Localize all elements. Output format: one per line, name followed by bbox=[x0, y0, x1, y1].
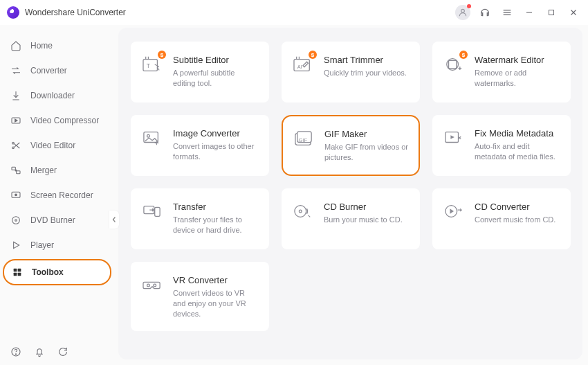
close-button[interactable] bbox=[566, 5, 581, 20]
sidebar-item-label: Home bbox=[30, 41, 53, 51]
minimize-button[interactable] bbox=[522, 5, 537, 20]
watermark-icon: $ bbox=[443, 55, 465, 74]
converter-icon bbox=[10, 64, 22, 77]
svg-point-15 bbox=[15, 194, 17, 196]
svg-marker-49 bbox=[450, 208, 454, 213]
sidebar-item-label: Downloader bbox=[30, 91, 75, 100]
sidebar-item-player[interactable]: Player bbox=[0, 234, 116, 256]
download-icon bbox=[10, 89, 22, 102]
feedback-button[interactable] bbox=[57, 346, 69, 358]
tool-title: GIF Maker bbox=[324, 129, 409, 139]
sidebar-item-converter[interactable]: Converter bbox=[0, 60, 116, 82]
tool-title: Watermark Editor bbox=[475, 55, 560, 65]
svg-rect-11 bbox=[12, 167, 15, 170]
account-button[interactable] bbox=[455, 5, 470, 20]
tool-card-cd-burner[interactable]: CD Burner Burn your music to CD. bbox=[282, 188, 420, 249]
image-icon bbox=[141, 128, 163, 148]
tool-title: Fix Media Metadata bbox=[475, 128, 560, 139]
tool-desc: Auto-fix and edit metadata of media file… bbox=[475, 141, 560, 162]
app-logo-icon bbox=[7, 6, 19, 19]
cd-converter-icon bbox=[443, 202, 465, 221]
tool-card-cd-converter[interactable]: CD Converter Convert music from CD. bbox=[432, 188, 571, 249]
sidebar-item-video-compressor[interactable]: Video Compressor bbox=[0, 109, 116, 132]
svg-point-46 bbox=[295, 206, 306, 217]
svg-point-24 bbox=[15, 354, 16, 355]
svg-rect-5 bbox=[549, 10, 554, 15]
paid-badge-icon: $ bbox=[158, 51, 166, 59]
tool-title: Transfer bbox=[173, 202, 259, 212]
vr-icon bbox=[141, 275, 163, 294]
hamburger-menu-button[interactable] bbox=[499, 5, 515, 20]
svg-point-47 bbox=[299, 210, 302, 213]
tool-card-subtitle-editor[interactable]: T $ Subtitle Editor A powerful subtitle … bbox=[131, 42, 269, 103]
tool-desc: A powerful subtitle editing tool. bbox=[173, 68, 259, 89]
tool-title: VR Converter bbox=[173, 275, 259, 285]
sidebar: Home Converter Downloader Video Compress… bbox=[0, 25, 116, 365]
svg-point-13 bbox=[15, 170, 17, 171]
tool-card-transfer[interactable]: Transfer Transfer your files to device o… bbox=[131, 188, 269, 249]
sidebar-item-label: Converter bbox=[30, 66, 67, 75]
toolbox-icon bbox=[11, 266, 24, 278]
sidebar-item-merger[interactable]: Merger bbox=[0, 159, 116, 181]
toolbox-content: T $ Subtitle Editor A powerful subtitle … bbox=[118, 28, 582, 359]
svg-text:GIF: GIF bbox=[299, 137, 308, 143]
svg-rect-20 bbox=[18, 269, 21, 272]
svg-text:T: T bbox=[147, 62, 150, 69]
tool-card-image-converter[interactable]: Image Converter Convert images to other … bbox=[131, 115, 269, 176]
app-title: Wondershare UniConverter bbox=[25, 8, 126, 17]
svg-point-9 bbox=[12, 142, 15, 144]
sidebar-item-home[interactable]: Home bbox=[0, 35, 116, 57]
tool-card-vr-converter[interactable]: VR Converter Convert videos to VR and en… bbox=[131, 262, 269, 331]
svg-rect-22 bbox=[18, 273, 21, 276]
home-icon bbox=[10, 39, 22, 52]
cd-burner-icon bbox=[292, 202, 314, 221]
tool-title: Image Converter bbox=[173, 128, 259, 139]
sidebar-collapse-button[interactable] bbox=[109, 211, 119, 229]
sidebar-item-label: Player bbox=[30, 240, 54, 250]
sidebar-item-label: Video Editor bbox=[30, 141, 75, 150]
svg-rect-34 bbox=[449, 60, 457, 68]
sidebar-item-toolbox[interactable]: Toolbox bbox=[3, 259, 111, 285]
tool-desc: Transfer your files to device or hard dr… bbox=[173, 215, 259, 235]
paid-badge-icon: $ bbox=[309, 51, 317, 59]
svg-point-17 bbox=[15, 220, 17, 222]
tool-title: CD Converter bbox=[475, 202, 560, 212]
tool-desc: Convert images to other formats. bbox=[173, 141, 259, 162]
play-icon bbox=[10, 239, 22, 251]
svg-point-38 bbox=[147, 134, 150, 137]
help-button[interactable] bbox=[10, 346, 22, 358]
sidebar-item-screen-recorder[interactable]: Screen Recorder bbox=[0, 184, 116, 206]
sidebar-item-label: Video Compressor bbox=[30, 116, 99, 125]
notifications-button[interactable] bbox=[33, 346, 46, 358]
svg-text:AI: AI bbox=[297, 64, 302, 70]
svg-rect-45 bbox=[155, 207, 160, 216]
sidebar-item-downloader[interactable]: Downloader bbox=[0, 84, 116, 107]
paid-badge-icon: $ bbox=[459, 51, 468, 59]
tool-desc: Remove or add watermarks. bbox=[475, 68, 560, 89]
tool-card-watermark-editor[interactable]: $ Watermark Editor Remove or add waterma… bbox=[432, 42, 571, 103]
sidebar-item-label: Toolbox bbox=[32, 267, 64, 277]
sidebar-item-label: DVD Burner bbox=[30, 215, 75, 225]
tool-desc: Burn your music to CD. bbox=[324, 215, 410, 225]
maximize-button[interactable] bbox=[544, 5, 559, 20]
transfer-icon bbox=[141, 202, 163, 221]
gif-icon: GIF bbox=[293, 129, 315, 148]
sidebar-item-video-editor[interactable]: Video Editor bbox=[0, 134, 116, 157]
svg-marker-43 bbox=[450, 135, 454, 139]
disc-icon bbox=[10, 214, 22, 226]
tool-desc: Make GIF from videos or pictures. bbox=[324, 142, 409, 163]
tool-card-gif-maker[interactable]: GIF GIF Maker Make GIF from videos or pi… bbox=[282, 115, 420, 176]
tool-card-smart-trimmer[interactable]: AI $ Smart Trimmer Quickly trim your vid… bbox=[282, 42, 420, 103]
svg-marker-18 bbox=[14, 242, 19, 248]
tool-card-fix-metadata[interactable]: Fix Media Metadata Auto-fix and edit met… bbox=[432, 115, 571, 176]
svg-rect-12 bbox=[17, 171, 20, 174]
sidebar-item-label: Screen Recorder bbox=[30, 190, 93, 200]
svg-point-10 bbox=[12, 147, 15, 149]
sidebar-item-dvd-burner[interactable]: DVD Burner bbox=[0, 209, 116, 231]
trimmer-icon: AI $ bbox=[292, 55, 314, 74]
support-button[interactable] bbox=[477, 5, 493, 20]
svg-rect-21 bbox=[14, 273, 17, 276]
sidebar-footer bbox=[0, 339, 116, 365]
user-icon bbox=[455, 5, 470, 20]
subtitle-icon: T $ bbox=[141, 55, 163, 74]
